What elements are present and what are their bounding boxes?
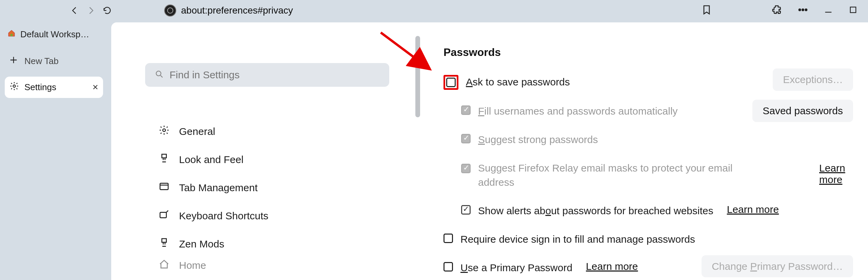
annotation-highlight bbox=[443, 75, 458, 90]
close-tab-icon[interactable]: ✕ bbox=[92, 83, 98, 92]
back-button[interactable] bbox=[68, 4, 81, 17]
option-relay-masks: Suggest Firefox Relay email masks to pro… bbox=[478, 161, 743, 189]
plus-icon bbox=[9, 55, 18, 67]
home-icon bbox=[159, 259, 170, 272]
change-primary-password-button: Change Primary Password… bbox=[702, 255, 853, 277]
search-icon bbox=[155, 69, 164, 80]
svg-rect-11 bbox=[162, 239, 166, 242]
nav-general[interactable]: General bbox=[159, 117, 423, 145]
svg-rect-9 bbox=[160, 183, 168, 190]
workspace-selector[interactable]: Default Worksp… bbox=[5, 25, 103, 44]
section-title-passwords: Passwords bbox=[443, 46, 853, 59]
svg-rect-3 bbox=[850, 7, 856, 13]
nav-label: Home bbox=[179, 260, 206, 271]
checkbox-ask-save-passwords[interactable] bbox=[446, 78, 456, 87]
checkbox-breached-alerts[interactable] bbox=[461, 205, 471, 215]
bookmark-icon[interactable] bbox=[701, 4, 712, 17]
exceptions-button: Exceptions… bbox=[773, 68, 853, 91]
nav-zen-mods[interactable]: Zen Mods bbox=[159, 230, 423, 258]
checkbox-primary-password[interactable] bbox=[443, 262, 453, 272]
nav-label: Zen Mods bbox=[179, 238, 224, 250]
svg-point-5 bbox=[13, 85, 16, 87]
new-tab-label: New Tab bbox=[24, 56, 59, 66]
maximize-button[interactable] bbox=[848, 5, 858, 16]
svg-rect-4 bbox=[11, 34, 13, 36]
svg-rect-8 bbox=[162, 154, 166, 158]
checkbox-fill-auto bbox=[461, 105, 471, 115]
nav-tab-management[interactable]: Tab Management bbox=[159, 174, 423, 202]
nav-label: Tab Management bbox=[179, 182, 258, 194]
keyboard-icon bbox=[159, 209, 170, 222]
gear-icon bbox=[159, 125, 170, 138]
tab-settings[interactable]: Settings ✕ bbox=[5, 77, 103, 98]
checkbox-require-signin[interactable] bbox=[443, 234, 453, 243]
svg-rect-10 bbox=[160, 212, 166, 218]
settings-search[interactable] bbox=[145, 63, 389, 87]
extensions-icon[interactable] bbox=[771, 4, 782, 17]
option-primary-password: Use a Primary Password bbox=[460, 261, 572, 275]
nav-label: General bbox=[179, 126, 215, 137]
svg-point-2 bbox=[805, 9, 807, 11]
brush-icon bbox=[159, 237, 170, 251]
nav-label: Look and Feel bbox=[179, 154, 243, 165]
workspace-label: Default Worksp… bbox=[20, 29, 89, 40]
option-breached-alerts: Show alerts about passwords for breached… bbox=[478, 204, 713, 218]
option-ask-save-passwords: AAsk to save passwordssk to save passwor… bbox=[466, 75, 570, 89]
svg-point-0 bbox=[799, 9, 801, 11]
scrollbar[interactable] bbox=[415, 36, 420, 117]
nav-label: Keyboard Shortcuts bbox=[179, 210, 268, 222]
forward-button[interactable] bbox=[84, 4, 98, 17]
search-input[interactable] bbox=[170, 69, 380, 81]
nav-home[interactable]: Home bbox=[159, 258, 423, 273]
learn-more-relay[interactable]: Learn more bbox=[819, 162, 853, 185]
nav-look-and-feel[interactable]: Look and Feel bbox=[159, 145, 423, 174]
option-fill-auto: Fill usernames and passwords automatical… bbox=[478, 104, 678, 118]
gear-icon bbox=[9, 81, 19, 93]
brush-icon bbox=[159, 153, 170, 166]
saved-passwords-button[interactable]: Saved passwords bbox=[752, 100, 853, 122]
house-icon bbox=[7, 29, 16, 40]
page-favicon bbox=[164, 4, 176, 17]
new-tab-button[interactable]: New Tab bbox=[5, 50, 103, 73]
more-menu-icon[interactable] bbox=[797, 4, 808, 17]
url-bar[interactable]: about:preferences#privacy bbox=[181, 5, 293, 16]
option-suggest-strong: Suggest strong passwords bbox=[478, 133, 598, 147]
option-require-signin: Require device sign in to fill and manag… bbox=[460, 232, 695, 246]
checkbox-suggest-strong bbox=[461, 134, 471, 143]
nav-keyboard-shortcuts[interactable]: Keyboard Shortcuts bbox=[159, 202, 423, 230]
learn-more-breached[interactable]: Learn more bbox=[727, 204, 779, 215]
checkbox-relay-masks bbox=[461, 164, 471, 173]
reload-button[interactable] bbox=[100, 4, 114, 17]
svg-point-1 bbox=[802, 9, 804, 11]
minimize-button[interactable] bbox=[824, 5, 833, 16]
tab-label: Settings bbox=[24, 82, 56, 93]
learn-more-primary[interactable]: Learn more bbox=[586, 261, 638, 272]
svg-point-6 bbox=[156, 71, 161, 76]
window-icon bbox=[159, 181, 170, 194]
svg-point-7 bbox=[163, 129, 165, 132]
